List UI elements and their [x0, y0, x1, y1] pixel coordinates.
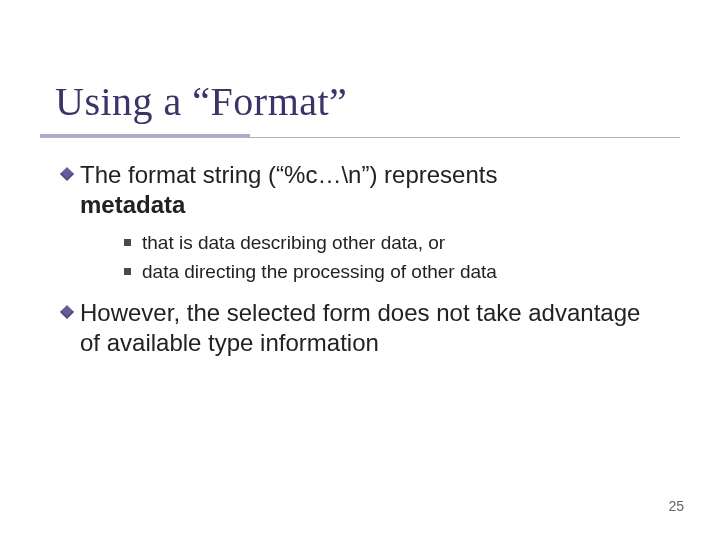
bullet-text: However, the selected form does not take… [80, 298, 660, 358]
title-underline [40, 134, 680, 138]
slide-body: The format string (“%c…\n”) represents m… [60, 160, 660, 368]
sub-bullet-text: data directing the processing of other d… [142, 259, 497, 284]
square-icon [120, 259, 142, 279]
bullet-level1: However, the selected form does not take… [60, 298, 660, 358]
bullet-level2: data directing the processing of other d… [120, 259, 660, 284]
bullet-line2-strong: metadata [80, 191, 185, 218]
square-icon [120, 230, 142, 250]
slide: Using a “Format” The format string (“%c…… [0, 0, 720, 540]
bullet-line1: The format string (“%c…\n”) represents [80, 161, 497, 188]
diamond-icon [60, 160, 80, 188]
underline-line [40, 137, 680, 138]
bullet-level1: The format string (“%c…\n”) represents m… [60, 160, 660, 220]
sub-bullet-text: that is data describing other data, or [142, 230, 445, 255]
page-number: 25 [668, 498, 684, 514]
sub-bullet-group: that is data describing other data, or d… [60, 230, 660, 284]
bullet-level2: that is data describing other data, or [120, 230, 660, 255]
diamond-icon [60, 298, 80, 326]
slide-title: Using a “Format” [55, 78, 347, 125]
bullet-text: The format string (“%c…\n”) represents m… [80, 160, 497, 220]
